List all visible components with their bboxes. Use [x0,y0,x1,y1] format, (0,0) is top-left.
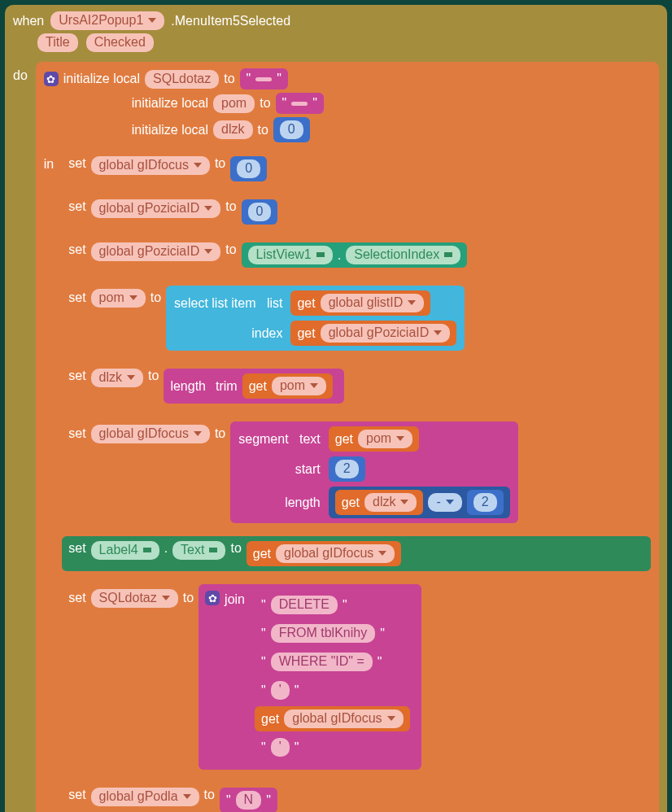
do-keyword: do [13,68,28,83]
set-gidfocus-segment[interactable]: set global gIDfocus to segment text [62,417,651,528]
join-item-6[interactable]: " ' " [255,735,410,760]
get-glistid[interactable]: get global glistID [290,290,430,316]
set-pom-select[interactable]: set pom to select list item list [62,281,651,356]
var-gpodla[interactable]: global gPodla [91,788,199,806]
param-title[interactable]: Title [37,33,78,52]
set-gidfocus-0[interactable]: set global gIDfocus to 0 [62,151,651,186]
var-pom[interactable]: pom [91,289,146,308]
set-sqldotaz-join[interactable]: set SQLdotaz to join " DELETE [62,579,651,775]
gear-icon[interactable] [44,72,59,86]
select-list-item[interactable]: select list item list get global glistID [166,286,465,351]
number-literal[interactable]: 0 [273,117,310,142]
set-gpozicia-selindex[interactable]: set global gPoziciaID to ListView1 . Sel… [62,238,651,273]
segment-block[interactable]: segment text get pom [230,421,517,523]
get-dlzk[interactable]: get dlzk [335,490,424,515]
init-row-pom: initialize local pom to " " [132,93,651,114]
join-item-4[interactable]: " ' " [255,678,410,703]
var-gidfocus[interactable]: global gIDfocus [91,156,210,175]
in-keyword: in [44,157,54,172]
math-minus[interactable]: get dlzk - [329,487,510,518]
when-keyword: when [13,14,44,28]
prop-text[interactable]: Text [172,541,225,560]
event-params: Title Checked [37,33,659,52]
get-gidfocus[interactable]: get global gIDfocus [247,541,402,566]
set-label4-text[interactable]: set Label4 . Text to get global gIDfoc [62,536,651,571]
set-gpodla[interactable]: set global gPodla to " N " [62,783,651,812]
var-gidfocus[interactable]: global gIDfocus [91,425,210,443]
gear-icon[interactable] [205,591,220,605]
selection-index[interactable]: ListView1 . SelectionIndex [242,242,468,268]
string-literal[interactable]: " " [240,68,288,89]
var-dlzk[interactable]: dlzk [91,369,143,387]
event-name: .MenuItem5Selected [171,14,290,28]
get-pom[interactable]: get pom [242,373,333,399]
local-init-block[interactable]: initialize local SQLdotaz to " " initial… [36,62,659,812]
number-0[interactable]: 0 [242,199,278,225]
number-0[interactable]: 0 [230,156,267,181]
trim-block[interactable]: trim get pom [211,372,338,400]
var-gpozicia[interactable]: global gPoziciaID [91,199,221,218]
string-literal[interactable]: " " [276,93,324,114]
component-dropdown[interactable]: UrsAI2Popup1 [50,11,164,30]
event-block[interactable]: when UrsAI2Popup1 .MenuItem5Selected Tit… [5,5,667,812]
join-block[interactable]: join " DELETE " " FROM tblKnihy [199,584,421,770]
number-2[interactable]: 2 [467,490,504,515]
init-row-sqldotaz: initialize local SQLdotaz to " " [44,68,651,89]
set-dlzk-length[interactable]: set dlzk to length trim get [62,364,651,408]
var-pom[interactable]: pom [213,94,255,113]
component-label4[interactable]: Label4 [91,541,159,560]
number-2[interactable]: 2 [329,456,365,482]
var-sqldotaz[interactable]: SQLdotaz [145,70,219,89]
join-item-5-get[interactable]: get global gIDfocus [255,706,410,731]
op-minus[interactable]: - [428,493,461,512]
length-block[interactable]: length trim get pom [164,369,344,404]
param-checked[interactable]: Checked [86,33,154,52]
join-item-3[interactable]: " WHERE "ID" = " [255,649,410,674]
join-item-1[interactable]: " DELETE " [255,592,410,618]
get-gpozicia[interactable]: get global gPoziciaID [290,321,456,346]
set-gpozicia-0[interactable]: set global gPoziciaID to 0 [62,194,651,229]
join-item-2[interactable]: " FROM tblKnihy " [255,621,410,646]
string-n[interactable]: " N " [220,788,277,812]
event-header: when UrsAI2Popup1 .MenuItem5Selected [13,11,659,30]
var-dlzk[interactable]: dlzk [213,120,252,139]
var-gpozicia[interactable]: global gPoziciaID [91,242,221,261]
init-row-dlzk: initialize local dlzk to 0 [132,117,651,142]
var-sqldotaz[interactable]: SQLdotaz [91,589,178,608]
get-pom[interactable]: get pom [329,426,419,452]
